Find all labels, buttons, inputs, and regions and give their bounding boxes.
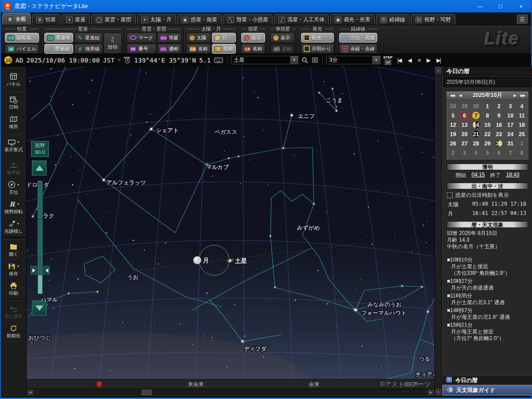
scrollbar-thumb[interactable] <box>142 390 152 395</box>
calendar-day[interactable]: 14 <box>470 120 482 129</box>
calendar-day[interactable]: 1 <box>516 139 528 148</box>
ribbon-button-planet-show[interactable]: 表示 <box>241 33 265 43</box>
ribbon-button-alt-az[interactable]: 方位・高度 <box>339 33 377 43</box>
sidebar-item-direction[interactable]: ▼方位 <box>1 178 26 197</box>
calendar-day[interactable]: 24 <box>505 129 516 139</box>
fov-slider-handle[interactable] <box>31 266 37 274</box>
datetime-display[interactable]: 2025/10/06 19:00:00 <box>26 57 100 64</box>
limit-magnitude[interactable]: 5.1 <box>199 57 211 64</box>
list-icon[interactable] <box>312 57 318 63</box>
chevron-down-icon[interactable]: ▼ <box>372 56 380 64</box>
next-year-button[interactable]: ▶▶ <box>519 94 527 98</box>
ribbon-button-bayer[interactable]: αβバイエル <box>5 44 39 54</box>
ribbon-button-const-art[interactable]: ✎星座絵 <box>74 33 102 43</box>
now-clock-icon[interactable]: NOW <box>124 56 131 64</box>
panel-tab-today-calendar[interactable]: 今日の暦 <box>442 376 532 385</box>
tab-nebula[interactable]: ◯星雲・星団 <box>91 14 136 25</box>
playback-skip-start-button[interactable]: |◀ <box>397 57 401 63</box>
ribbon-button-moon[interactable]: 月 <box>212 33 236 43</box>
sidebar-item-print[interactable]: 印刷 <box>1 279 26 298</box>
scroll-down-icon[interactable]: ▼ <box>435 389 441 395</box>
tab-grid[interactable]: 田経緯線 <box>376 14 410 25</box>
calendar-day[interactable]: 10 <box>505 111 516 120</box>
tab-fov[interactable]: 回視野・写野 <box>411 14 455 25</box>
ribbon-button-magnitude[interactable]: 10.0等級 <box>157 33 181 43</box>
keyboard-icon[interactable] <box>214 57 223 63</box>
calendar-day[interactable]: 17 <box>505 120 516 129</box>
zoom-out-button[interactable] <box>32 301 47 316</box>
calendar-day[interactable]: 22 <box>482 129 493 139</box>
ribbon-button-moon-name[interactable]: 月名称 <box>212 44 236 54</box>
tab-general[interactable]: ▦全般 <box>2 13 31 25</box>
calendar-day[interactable]: 2 <box>493 102 505 111</box>
ribbon-button-number[interactable]: M8番号 <box>127 44 156 54</box>
calendar-day[interactable]: 29 <box>482 139 493 148</box>
ribbon-button-ra-dec[interactable]: 赤経・赤緯 <box>339 44 377 54</box>
calendar-day[interactable]: 25 <box>516 129 528 139</box>
step-multiplier-button[interactable]: STEP x2 <box>383 55 393 64</box>
ribbon-button-sun-name[interactable]: 太陽名称 <box>187 44 211 54</box>
playback-stop-button[interactable]: ■ <box>418 57 420 63</box>
calendar-day[interactable]: 1 <box>482 102 493 111</box>
calendar-day[interactable]: 6 <box>459 111 470 120</box>
calendar-day[interactable]: 28 <box>470 139 482 148</box>
ribbon-button-moonlight[interactable]: ☽月明かり <box>301 44 334 54</box>
playback-step-back-button[interactable]: ◀ <box>408 57 411 63</box>
calendar-day[interactable]: 30 <box>493 139 505 148</box>
calendar-day[interactable]: 8 <box>482 111 493 120</box>
calendar-day[interactable]: 4 <box>516 102 528 111</box>
sidebar-item-reset[interactable]: 初期化 <box>1 321 26 341</box>
calendar-day[interactable]: 16 <box>493 120 505 129</box>
calendar-day[interactable]: 19 <box>447 129 459 139</box>
ribbon-button-daylight[interactable]: ☀昼光 <box>301 33 334 43</box>
calendar-day[interactable]: 27 <box>459 139 470 148</box>
sidebar-item-save[interactable]: ▼保存 <box>1 259 26 279</box>
calendar-day[interactable]: 4 <box>470 148 482 157</box>
calendar-day[interactable]: 8 <box>516 148 528 157</box>
ribbon-button-const-name[interactable]: こと星座名 <box>44 33 73 43</box>
playback-skip-end-button[interactable]: ▶| <box>437 57 440 63</box>
coordinates-display[interactable]: 139°44'E 35°39'N <box>134 57 196 64</box>
tab-daylight[interactable]: ▣昼光・光害 <box>330 14 375 25</box>
ribbon-button-sun[interactable]: 太陽 <box>187 33 211 43</box>
twilight-end-link[interactable]: 18:43 <box>506 172 520 179</box>
prev-month-button[interactable]: ◀ <box>456 94 464 98</box>
tab-stars[interactable]: ⊕恒星 <box>32 14 60 25</box>
calendar-day[interactable]: 31 <box>505 139 516 148</box>
tab-comet[interactable]: ╲彗星・小惑星 <box>223 14 273 25</box>
sidebar-item-datetime[interactable]: 日時 <box>1 93 26 112</box>
calendar-day[interactable]: 28 <box>447 102 459 111</box>
tab-overflow-button[interactable]: ☰ <box>517 15 528 23</box>
calendar-day[interactable]: 7 <box>505 148 516 157</box>
tab-planet[interactable]: ◉惑星・衛星 <box>177 14 222 25</box>
ribbon-button-nickname[interactable]: ばら通称 <box>157 44 181 54</box>
zoom-in-button[interactable] <box>32 160 47 176</box>
tab-constellation[interactable]: ✶星座 <box>62 14 90 25</box>
sidebar-item-light-trail[interactable]: ▼光跡残し <box>1 217 26 236</box>
timezone-label[interactable]: JST <box>103 57 114 64</box>
tab-meteor[interactable]: ╱流星・人工天体 <box>274 14 329 25</box>
calendar-day[interactable]: 7 <box>470 111 482 120</box>
chevron-down-icon[interactable]: ▼ <box>290 56 298 64</box>
calendar-day[interactable]: 6 <box>493 148 505 157</box>
sidebar-item-panel[interactable]: パネル <box>1 70 26 89</box>
calendar-day[interactable]: 23 <box>493 129 505 139</box>
calendar-day[interactable]: 9 <box>493 111 505 120</box>
fov-slider-handle[interactable] <box>43 266 50 274</box>
calendar-day[interactable]: 20 <box>459 129 470 139</box>
maximize-button[interactable]: □ <box>490 0 511 12</box>
timezone-dropdown-icon[interactable]: ▽ <box>118 58 121 62</box>
calendar-day[interactable]: 11 <box>516 111 528 120</box>
scroll-up-icon[interactable]: ▲ <box>435 67 441 73</box>
ribbon-button-const-line[interactable]: ╱星座線 <box>44 44 73 54</box>
sidebar-item-view-rotation[interactable]: R▼視野回転 <box>1 197 26 217</box>
fov-slider[interactable] <box>38 181 43 294</box>
planet-riseset-checkbox[interactable] <box>447 192 453 198</box>
vertical-scrollbar[interactable]: ▲ ▼ <box>434 66 442 395</box>
prev-year-button[interactable]: ◀◀ <box>448 94 456 98</box>
calendar-day[interactable]: 5 <box>447 111 459 120</box>
close-button[interactable]: × <box>511 0 531 12</box>
calendar-day[interactable]: 15 <box>482 120 493 129</box>
calendar-day[interactable]: 30 <box>470 102 482 111</box>
sidebar-item-open[interactable]: 開く <box>1 240 26 259</box>
